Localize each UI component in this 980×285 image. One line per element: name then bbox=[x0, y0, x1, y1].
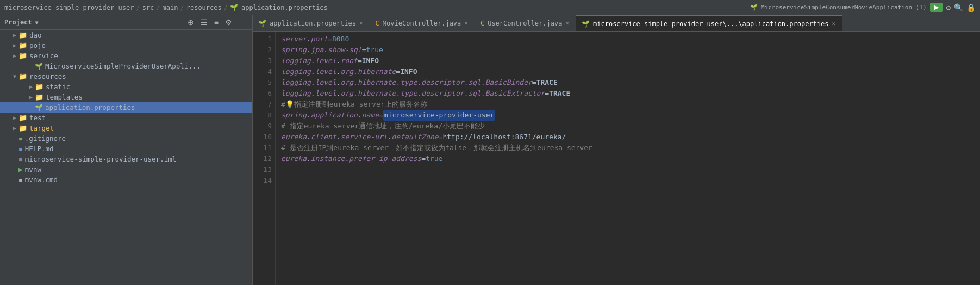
expand-all-button[interactable]: ≡ bbox=[213, 17, 220, 27]
tab-moviecontroller[interactable]: C MovieController.java ✕ bbox=[370, 15, 475, 32]
breadcrumb-file[interactable]: application.properties bbox=[241, 4, 328, 11]
l11-comment: # 是否注册IP到eureka server，如不指定或设为false，那就会注… bbox=[281, 142, 592, 153]
line-num-14: 14 bbox=[253, 175, 272, 186]
tab-icon-appprops1: 🌱 bbox=[258, 20, 266, 27]
settings-button[interactable]: ⚙ bbox=[223, 17, 234, 27]
l6-dot2: . bbox=[336, 88, 341, 99]
sep1: / bbox=[136, 4, 140, 11]
sidebar-item-springapp[interactable]: 🌱 MicroserviceSimpleProviderUserAppli... bbox=[0, 61, 252, 71]
l8-dot2: . bbox=[358, 110, 362, 121]
code-line-1: server.port=8080 bbox=[281, 34, 980, 45]
sidebar-item-static[interactable]: ▶ 📁 static bbox=[0, 82, 252, 92]
top-bar: microservice-simple-provider-user / src … bbox=[0, 0, 980, 15]
code-line-8: spring.application.name=microservice-pro… bbox=[281, 110, 980, 121]
main-layout: Project ▼ ⊕ ☰ ≡ ⚙ — ▶ 📁 dao ▶ 📁 pojo ▶ 📁… bbox=[0, 15, 980, 285]
l4-key3: org.hibernate bbox=[341, 66, 396, 77]
l2-dot: . bbox=[307, 45, 311, 55]
toolbar-icon2[interactable]: 🔍 bbox=[954, 3, 963, 12]
toolbar-icon3[interactable]: 🔒 bbox=[966, 3, 976, 12]
folder-icon-pojo: 📁 bbox=[18, 41, 27, 49]
breadcrumb-resources[interactable]: resources bbox=[186, 4, 222, 11]
sidebar-label-gitignore: .gitignore bbox=[25, 134, 66, 142]
l6-key3: org.hibernate.type.descriptor.sql.BasicE… bbox=[341, 88, 545, 99]
l1-val: 8080 bbox=[332, 34, 349, 45]
l3-val: INFO bbox=[362, 55, 379, 66]
line-num-3: 3 bbox=[253, 55, 272, 66]
l8-eq: = bbox=[379, 110, 383, 121]
l2-key2: jpa bbox=[311, 45, 323, 55]
l3-dot: . bbox=[311, 55, 315, 66]
tab-icon-user: C bbox=[480, 20, 484, 27]
sidebar: Project ▼ ⊕ ☰ ≡ ⚙ — ▶ 📁 dao ▶ 📁 pojo ▶ 📁… bbox=[0, 15, 253, 285]
tab-close-appprops2[interactable]: ✕ bbox=[831, 20, 837, 27]
l4-dot2: . bbox=[336, 66, 341, 77]
l8-key2: application bbox=[311, 110, 358, 121]
tab-label-usercontroller: UserController.java bbox=[488, 20, 562, 27]
l1-key: server bbox=[281, 34, 307, 45]
l10-key2: client bbox=[311, 132, 336, 142]
l10-dot2: . bbox=[336, 132, 341, 142]
sidebar-label-helpmd: HELP.md bbox=[25, 145, 54, 153]
l5-dot2: . bbox=[336, 77, 341, 88]
sidebar-item-gitignore[interactable]: ▪ .gitignore bbox=[0, 133, 252, 144]
sidebar-item-mvnwcmd[interactable]: ▪ mvnw.cmd bbox=[0, 175, 252, 185]
run-app-name: MicroserviceSimpleConsumerMovieApplicati… bbox=[761, 4, 927, 11]
code-line-7: #💡指定注册到eureka server上的服务名称 bbox=[281, 99, 980, 110]
sidebar-item-test[interactable]: ▶ 📁 test bbox=[0, 113, 252, 123]
tab-appprops1[interactable]: 🌱 application.properties ✕ bbox=[253, 15, 370, 32]
tabs-bar: 🌱 application.properties ✕ C MovieContro… bbox=[253, 15, 980, 32]
close-sidebar-button[interactable]: — bbox=[237, 17, 248, 27]
run-config-label: 🌱 bbox=[750, 4, 758, 11]
sidebar-label-target: target bbox=[29, 124, 54, 132]
tab-appprops2[interactable]: 🌱 microservice-simple-provider-user\...\… bbox=[576, 15, 842, 32]
editor-content: 1 2 3 4 5 6 7 8 9 10 11 12 13 14 server.… bbox=[253, 32, 980, 285]
l10-key4: defaultZone bbox=[392, 132, 439, 142]
breadcrumb-src[interactable]: src bbox=[142, 4, 154, 11]
folder-icon-dao: 📁 bbox=[18, 31, 27, 39]
line-num-8: 8 bbox=[253, 110, 272, 121]
l5-dot: . bbox=[311, 77, 315, 88]
l2-dot2: . bbox=[323, 45, 328, 55]
sidebar-item-iml[interactable]: ▪ microservice-simple-provider-user.iml bbox=[0, 154, 252, 164]
code-line-10: eureka.client.service-url.defaultZone=ht… bbox=[281, 132, 980, 142]
code-lines[interactable]: server.port=8080 spring.jpa.show-sql=tru… bbox=[276, 32, 980, 285]
code-line-13 bbox=[281, 164, 980, 175]
sidebar-label-springapp: MicroserviceSimpleProviderUserAppli... bbox=[45, 62, 201, 70]
breadcrumb-project[interactable]: microservice-simple-provider-user bbox=[4, 4, 134, 11]
l2-key3: show-sql bbox=[328, 45, 362, 55]
sidebar-item-pojo[interactable]: ▶ 📁 pojo bbox=[0, 40, 252, 51]
run-button[interactable]: ▶ bbox=[930, 3, 943, 12]
l10-val: http://localhost:8671/eureka/ bbox=[442, 132, 566, 142]
l12-dot2: . bbox=[345, 153, 349, 164]
line-num-2: 2 bbox=[253, 45, 272, 55]
toolbar-icon1[interactable]: ⚙ bbox=[946, 3, 951, 12]
collapse-all-button[interactable]: ☰ bbox=[199, 17, 209, 27]
sidebar-label-static: static bbox=[46, 83, 70, 91]
l5-key2: level bbox=[315, 77, 336, 88]
l1-eq: = bbox=[328, 34, 332, 45]
sidebar-label-mvnwcmd: mvnw.cmd bbox=[25, 176, 58, 184]
l8-val-highlighted: microservice-provider-user bbox=[383, 110, 495, 121]
tab-close-movie[interactable]: ✕ bbox=[463, 20, 469, 27]
sidebar-label-iml: microservice-simple-provider-user.iml bbox=[25, 155, 176, 163]
breadcrumb-main[interactable]: main bbox=[163, 4, 178, 11]
sidebar-item-mvnw[interactable]: ▶ mvnw bbox=[0, 164, 252, 175]
tab-label-moviecontroller: MovieController.java bbox=[383, 20, 461, 27]
l4-key2: level bbox=[315, 66, 336, 77]
tab-close-appprops1[interactable]: ✕ bbox=[358, 20, 364, 27]
l3-key3: root bbox=[341, 55, 358, 66]
locate-file-button[interactable]: ⊕ bbox=[186, 17, 196, 27]
sidebar-item-templates[interactable]: ▶ 📁 templates bbox=[0, 92, 252, 102]
sidebar-item-service[interactable]: ▶ 📁 service bbox=[0, 51, 252, 61]
sidebar-item-appprops[interactable]: 🌱 application.properties bbox=[0, 102, 252, 113]
l6-val: TRACE bbox=[549, 88, 570, 99]
sidebar-item-target[interactable]: ▶ 📁 target bbox=[0, 123, 252, 133]
sidebar-item-resources[interactable]: ▼ 📁 resources bbox=[0, 71, 252, 82]
l8-key: spring bbox=[281, 110, 307, 121]
tab-usercontroller[interactable]: C UserController.java ✕ bbox=[475, 15, 576, 32]
sidebar-item-dao[interactable]: ▶ 📁 dao bbox=[0, 30, 252, 40]
sidebar-item-helpmd[interactable]: ▪ HELP.md bbox=[0, 144, 252, 154]
tab-close-user[interactable]: ✕ bbox=[564, 20, 570, 27]
l5-key: logging bbox=[281, 77, 311, 88]
arrow-test: ▶ bbox=[11, 115, 18, 121]
